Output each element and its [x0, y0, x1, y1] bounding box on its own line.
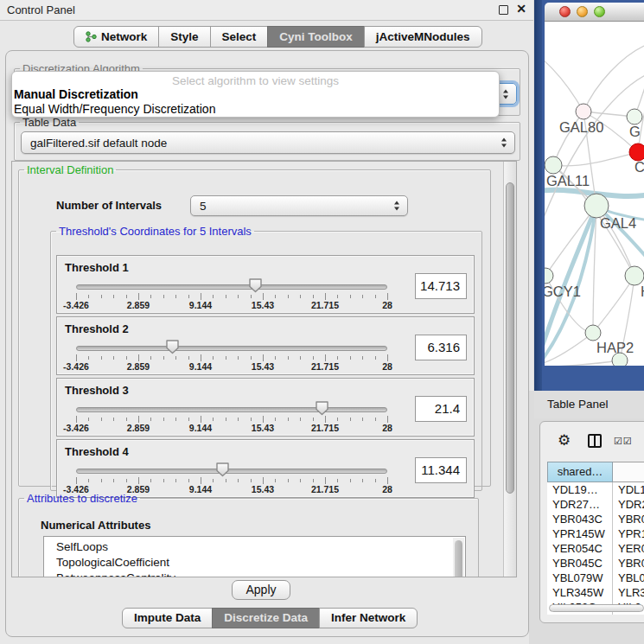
table-row[interactable]: YLR345WYLR3 [547, 585, 644, 600]
table-data-combo[interactable]: galFiltered.sif default node [21, 131, 515, 154]
split-columns-icon[interactable] [588, 434, 602, 448]
network-node-gal80[interactable] [576, 104, 591, 119]
network-edge[interactable] [553, 360, 620, 366]
cell-shared-name[interactable]: YBR045C [547, 556, 613, 571]
cell-shared-name[interactable]: YBL079W [547, 571, 613, 585]
network-node-g[interactable] [627, 109, 642, 124]
number-of-intervals-label: Number of Intervals [56, 199, 162, 212]
network-node-hap2[interactable] [585, 325, 601, 341]
cell-name[interactable]: YLR3 [613, 585, 644, 600]
cell-name[interactable]: YDR2 [613, 497, 644, 512]
node-label: C [634, 159, 644, 175]
threshold-value-field[interactable]: 14.713 [415, 273, 467, 299]
network-edge[interactable] [583, 46, 644, 112]
attribute-item-betweennesscentrality[interactable]: BetweennessCentrality [44, 571, 465, 577]
attribute-item-topologicalcoefficient[interactable]: TopologicalCoefficient [44, 555, 465, 571]
table-row[interactable]: YPR145WYPR1 [547, 526, 644, 541]
network-window-titlebar[interactable] [545, 3, 644, 22]
column-header-shared-name[interactable]: shared… [547, 462, 613, 482]
cell-name[interactable]: YPR1 [613, 526, 644, 541]
table-row[interactable]: YBR045CYBR0 [547, 556, 644, 571]
cell-shared-name[interactable]: YLR345W [547, 585, 613, 600]
cell-name[interactable]: YDL1 [613, 482, 644, 497]
attribute-item-selfloops[interactable]: SelfLoops [44, 537, 465, 555]
close-traffic-light[interactable] [559, 6, 571, 17]
apply-button[interactable]: Apply [232, 580, 290, 600]
threshold-value-field[interactable]: 6.316 [415, 335, 467, 360]
list-scrollbar-thumb[interactable] [455, 540, 462, 577]
tick-label: 28 [382, 423, 392, 433]
float-window-icon[interactable] [499, 5, 508, 15]
table-row[interactable]: YER054CYER0 [547, 541, 644, 556]
threshold-panel-2: Threshold 2-3.4262.8599.14415.4321.71528… [56, 316, 475, 375]
cell-name[interactable]: YBL0 [613, 571, 644, 585]
network-canvas[interactable]: GAL80GCGAL11GAL4GCY1HHAP2 [545, 22, 644, 366]
node-label: GAL4 [600, 215, 636, 231]
control-panel: Control Panel ✕ NetworkStyleSelectCyni T… [0, 0, 533, 644]
slider-handle[interactable] [315, 400, 329, 416]
tab-style[interactable]: Style [158, 26, 210, 48]
tick-label: -3.426 [63, 423, 89, 433]
cell-shared-name[interactable]: YER054C [547, 541, 613, 556]
network-node-gal11[interactable] [545, 156, 562, 174]
close-icon[interactable]: ✕ [516, 2, 526, 16]
settings-scrollbar-thumb[interactable] [506, 182, 514, 494]
table-panel-box: ⚙ ☑☑ shared… n YDL19…YDL1YDR27…YDR2YBR04… [539, 421, 644, 623]
tab-label: Style [170, 27, 198, 47]
threshold-value-field[interactable]: 11.344 [415, 457, 467, 483]
slider-handle[interactable] [165, 339, 180, 354]
table-row[interactable]: YBR043CYBR0 [547, 512, 644, 526]
cell-shared-name[interactable]: YDL19… [547, 482, 613, 497]
thresholds-group-title: Threshold's Coordinates for 5 Intervals [56, 225, 254, 238]
cell-name[interactable]: YBR0 [613, 556, 644, 571]
number-of-intervals-combo[interactable]: 5 [190, 195, 408, 216]
table-panel-title: Table Panel [547, 398, 609, 411]
tick-label: 2.859 [127, 423, 150, 433]
network-node[interactable] [612, 353, 628, 366]
popup-hint: Select algorithm to view settings [12, 72, 499, 87]
table-row[interactable]: YDL19…YDL1 [547, 482, 644, 497]
settings-viewport: Interval Definition Number of Intervals … [11, 161, 517, 577]
tab-select[interactable]: Select [210, 26, 269, 48]
popup-option-equal-width-frequency[interactable]: Equal Width/Frequency Discretization [12, 102, 499, 117]
network-edge[interactable] [593, 276, 634, 333]
gear-icon[interactable]: ⚙ [558, 431, 571, 449]
network-node-c[interactable] [629, 143, 644, 161]
column-header-name[interactable]: n [613, 462, 644, 482]
cell-shared-name[interactable]: YDR27… [547, 497, 613, 512]
table-data-combo-value: galFiltered.sif default node [30, 137, 167, 150]
cell-shared-name[interactable]: YPR145W [547, 526, 613, 541]
table-row[interactable]: YBL079WYBL0 [547, 571, 644, 585]
zoom-traffic-light[interactable] [594, 6, 605, 17]
bottom-tab-bar: Impute DataDiscretize DataInfer Network [122, 608, 418, 628]
network-icon [86, 31, 97, 42]
cell-shared-name[interactable]: YBR043C [547, 512, 613, 526]
cell-name[interactable]: YBR0 [613, 512, 644, 526]
cell-name[interactable]: YER0 [613, 541, 644, 556]
select-columns-icon[interactable]: ☑☑ [614, 436, 633, 447]
network-edge[interactable] [553, 152, 638, 166]
tab-cyni-toolbox[interactable]: Cyni Toolbox [267, 26, 365, 48]
minimize-traffic-light[interactable] [577, 6, 588, 17]
tick-label: -3.426 [63, 361, 89, 372]
slider-handle[interactable] [248, 277, 263, 293]
network-edge[interactable] [545, 52, 583, 112]
network-node-gcy1[interactable] [545, 268, 553, 284]
tab-jactivemnodules[interactable]: jActiveMNodules [364, 26, 482, 48]
slider-track[interactable] [76, 346, 387, 351]
table-row[interactable]: YDR27…YDR2 [547, 497, 644, 512]
tab-infer-network[interactable]: Infer Network [319, 608, 418, 628]
slider-handle[interactable] [215, 462, 230, 477]
slider-track[interactable] [76, 284, 387, 290]
network-node-h[interactable] [625, 266, 644, 285]
table-hscrollbar-thumb[interactable] [549, 604, 644, 612]
popup-option-manual-discretization[interactable]: Manual Discretization [12, 87, 499, 102]
slider-track[interactable] [76, 407, 387, 412]
tab-impute-data[interactable]: Impute Data [122, 608, 213, 628]
slider-track[interactable] [76, 469, 387, 474]
tab-discretize-data[interactable]: Discretize Data [212, 608, 320, 628]
tab-network[interactable]: Network [73, 26, 159, 48]
network-node-gal4[interactable] [584, 194, 609, 218]
threshold-value-field[interactable]: 21.4 [415, 396, 467, 422]
window-frame-edge [534, 0, 542, 391]
